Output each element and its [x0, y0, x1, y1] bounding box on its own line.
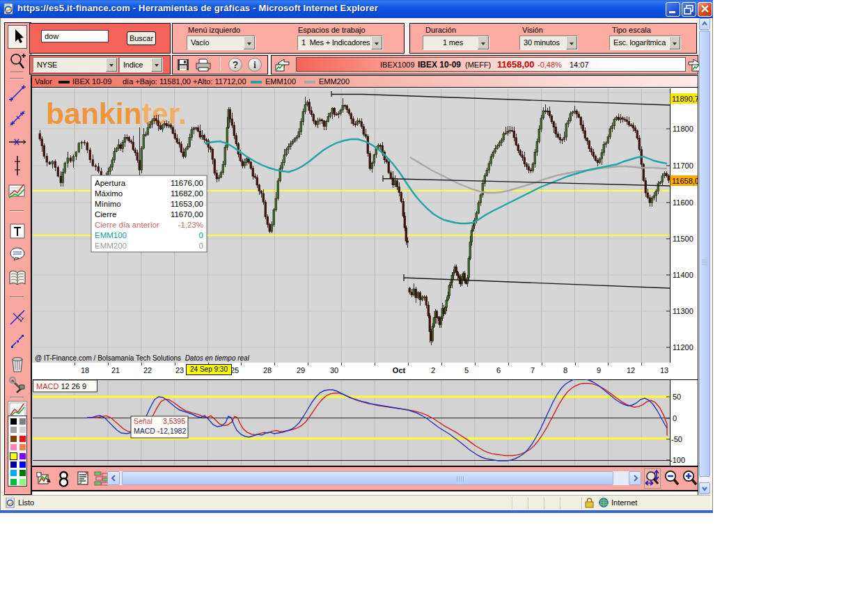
svg-text:-1,23%: -1,23% — [178, 221, 203, 229]
svg-text:Cierre día anterior: Cierre día anterior — [95, 221, 159, 229]
svg-text:11800: 11800 — [673, 125, 693, 133]
svg-text:EMM200: EMM200 — [95, 242, 127, 250]
svg-text:0: 0 — [673, 414, 677, 422]
svg-text:Señal: Señal — [134, 417, 152, 425]
svg-text:11653,00: 11653,00 — [171, 200, 203, 208]
svg-text:11890,7: 11890,7 — [672, 95, 698, 103]
svg-text:0: 0 — [199, 231, 203, 239]
svg-text:11676,00: 11676,00 — [171, 179, 203, 187]
svg-text:Apertura: Apertura — [95, 179, 126, 187]
svg-text:EMM100: EMM100 — [95, 231, 127, 239]
svg-text:11682,00: 11682,00 — [171, 189, 203, 198]
svg-text:11658,0: 11658,0 — [672, 177, 698, 185]
svg-text:MACD -12,1982: MACD -12,1982 — [134, 427, 186, 435]
svg-text:11200: 11200 — [673, 343, 693, 352]
svg-text:Cierre: Cierre — [95, 210, 116, 219]
svg-text:11400: 11400 — [673, 271, 693, 279]
svg-text:@ IT-Finance.com / Bolsamania: @ IT-Finance.com / Bolsamania Tech Solut… — [35, 354, 250, 362]
svg-text:-100: -100 — [670, 456, 685, 464]
svg-text:11700: 11700 — [673, 161, 693, 170]
svg-text:11300: 11300 — [673, 307, 693, 315]
svg-text:MACD 12 26 9: MACD 12 26 9 — [36, 382, 86, 390]
svg-text:11500: 11500 — [673, 235, 693, 243]
svg-text:-50: -50 — [671, 435, 682, 443]
svg-text:Máximo: Máximo — [95, 189, 123, 198]
svg-text:50: 50 — [673, 393, 681, 401]
svg-text:11670,00: 11670,00 — [171, 210, 203, 219]
svg-text:11600: 11600 — [673, 198, 693, 207]
svg-text:Mínimo: Mínimo — [95, 200, 121, 208]
svg-text:0: 0 — [199, 242, 203, 250]
svg-text:3,5395: 3,5395 — [163, 417, 185, 425]
